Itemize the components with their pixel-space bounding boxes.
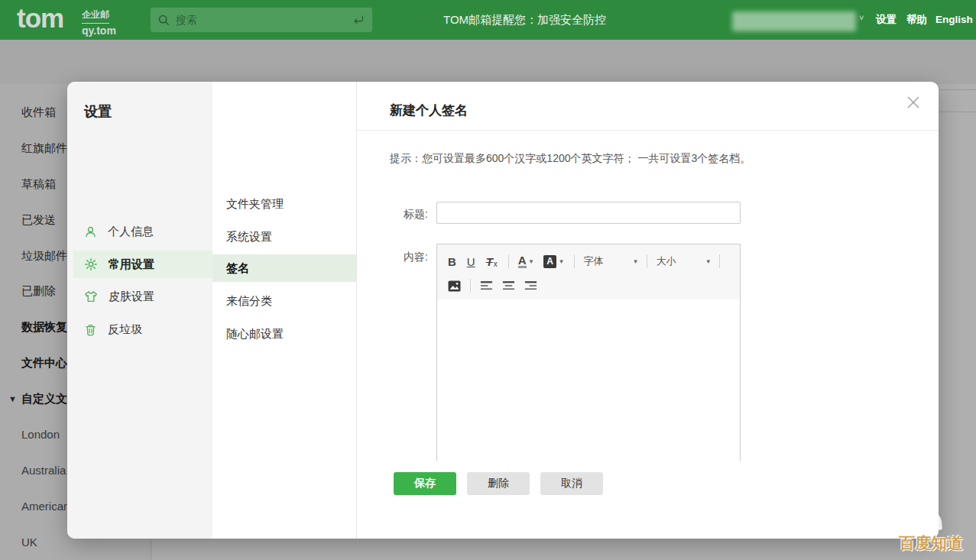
signature-title-input[interactable] (436, 202, 741, 224)
menu-item-common-settings[interactable]: 常用设置 (73, 251, 212, 278)
signature-editor: B U Tx A▾ A▾ 字体▾ 大小▾ (436, 244, 741, 461)
search-input[interactable] (176, 14, 352, 26)
menu-item-label: 反垃圾 (108, 322, 142, 337)
settings-categories: 文件夹管理 系统设置 签名 来信分类 随心邮设置 (212, 82, 357, 539)
editor-toolbar: B U Tx A▾ A▾ 字体▾ 大小▾ (437, 244, 740, 299)
font-color-button[interactable]: A▾ (518, 254, 533, 268)
account-caret-icon[interactable]: ˅ (859, 13, 864, 22)
underline-button[interactable]: U (467, 255, 475, 268)
tom-logo: tom (17, 3, 63, 34)
menu-item-label: 个人信息 (108, 225, 154, 239)
person-icon (84, 225, 97, 238)
close-icon[interactable] (906, 95, 922, 111)
toolbar-separator (508, 254, 509, 268)
brand-block: 企业邮 qy.tom (82, 7, 116, 37)
menu-item-label: 常用设置 (109, 257, 154, 272)
topbar-settings-link[interactable]: 设置 (876, 0, 897, 40)
topbar-help-link[interactable]: 帮助 (906, 0, 927, 40)
category-system-settings[interactable]: 系统设置 (212, 223, 356, 251)
enter-icon[interactable] (352, 15, 365, 25)
bold-button[interactable]: B (448, 255, 456, 268)
menu-item-skin-settings[interactable]: 皮肤设置 (73, 283, 212, 310)
cancel-button[interactable]: 取消 (540, 472, 603, 495)
delete-button[interactable]: 删除 (467, 472, 530, 495)
align-left-button[interactable] (480, 280, 493, 291)
menu-item-anti-spam[interactable]: 反垃圾 (73, 316, 212, 343)
align-center-icon (502, 280, 515, 291)
search-box[interactable] (151, 8, 372, 32)
search-icon (158, 15, 170, 26)
settings-menu: 设置 个人信息 常用设置 皮肤设置 反垃圾 (67, 82, 212, 539)
topbar-language-link[interactable]: English (935, 0, 973, 40)
settings-modal: 设置 个人信息 常用设置 皮肤设置 反垃圾 文件夹管理 系统设置 签名 来信分类 (67, 82, 939, 539)
highlight-color-button[interactable]: A▾ (543, 255, 563, 268)
signature-content-area[interactable] (437, 299, 740, 461)
title-field-label: 标题: (388, 208, 428, 222)
panel-title: 新建个人签名 (390, 102, 468, 119)
brand-line2: qy.tom (82, 24, 116, 37)
toolbar-separator (719, 254, 720, 268)
align-right-icon (524, 280, 537, 291)
font-family-select[interactable]: 字体▾ (584, 254, 637, 268)
toolbar-separator (470, 279, 471, 293)
gear-icon (84, 257, 98, 271)
signature-hint: 提示：您可设置最多600个汉字或1200个英文字符； 一共可设置3个签名档。 (390, 152, 751, 166)
align-left-icon (480, 280, 493, 291)
toolbar-separator (574, 254, 575, 268)
shirt-icon (84, 290, 98, 303)
align-center-button[interactable] (502, 280, 515, 291)
category-folder-management[interactable]: 文件夹管理 (212, 190, 356, 218)
baidu-zhidao-watermark: 百度知道 (899, 532, 963, 554)
align-right-button[interactable] (524, 280, 537, 291)
category-suixin-mail-settings[interactable]: 随心邮设置 (212, 320, 356, 348)
font-size-select[interactable]: 大小▾ (657, 254, 710, 268)
app: tom 企业邮 qy.tom TOM邮箱提醒您：加强安全防控 ˅ 设置 帮助 E… (0, 0, 976, 560)
account-blurred[interactable] (732, 11, 856, 31)
settings-menu-title: 设置 (84, 102, 112, 121)
category-signature[interactable]: 签名 (212, 254, 356, 282)
chevron-down-icon: ▾ (530, 257, 533, 265)
menu-item-personal-info[interactable]: 个人信息 (73, 218, 212, 245)
panel-divider (357, 130, 939, 131)
trash-icon (84, 323, 97, 336)
image-icon (448, 280, 461, 292)
insert-image-button[interactable] (448, 280, 461, 292)
security-notice: TOM邮箱提醒您：加强安全防控 (443, 0, 606, 40)
clear-format-button[interactable]: Tx (486, 255, 498, 268)
signature-panel: 新建个人签名 提示：您可设置最多600个汉字或1200个英文字符； 一共可设置3… (357, 82, 939, 539)
save-button[interactable]: 保存 (394, 472, 456, 495)
topbar: tom 企业邮 qy.tom TOM邮箱提醒您：加强安全防控 ˅ 设置 帮助 E… (0, 0, 976, 40)
toolbar-separator (647, 254, 647, 268)
chevron-down-icon: ▾ (707, 257, 711, 265)
menu-item-label: 皮肤设置 (109, 290, 154, 304)
category-incoming-classification[interactable]: 来信分类 (212, 287, 356, 315)
chevron-down-icon: ▾ (634, 257, 637, 265)
brand-line1: 企业邮 (82, 8, 109, 24)
content-field-label: 内容: (388, 251, 428, 264)
chevron-down-icon: ▾ (559, 257, 563, 265)
